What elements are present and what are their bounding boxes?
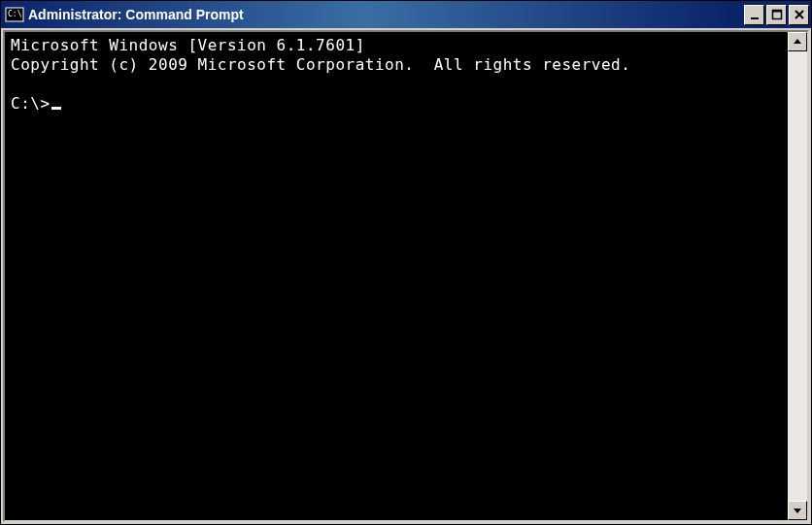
- cmd-icon: C:\: [5, 6, 24, 23]
- command-prompt-window: C:\ Administrator: Command Prompt Micros…: [0, 0, 812, 525]
- window-controls: [742, 5, 809, 25]
- svg-text:C:\: C:\: [8, 10, 22, 18]
- minimize-button[interactable]: [744, 5, 764, 25]
- vertical-scrollbar[interactable]: [788, 32, 807, 520]
- terminal-prompt: C:\>: [11, 94, 51, 113]
- terminal-area[interactable]: Microsoft Windows [Version 6.1.7601] Cop…: [5, 32, 788, 520]
- terminal-line-copyright: Copyright (c) 2009 Microsoft Corporation…: [11, 55, 630, 74]
- close-button[interactable]: [789, 5, 809, 25]
- scroll-track[interactable]: [788, 51, 807, 501]
- titlebar[interactable]: C:\ Administrator: Command Prompt: [1, 1, 811, 28]
- terminal-line-version: Microsoft Windows [Version 6.1.7601]: [11, 36, 365, 54]
- scroll-down-button[interactable]: [788, 501, 807, 520]
- svg-rect-4: [772, 11, 781, 13]
- maximize-button[interactable]: [766, 5, 787, 25]
- scroll-up-button[interactable]: [788, 32, 807, 51]
- svg-rect-2: [751, 17, 759, 19]
- cursor-icon: [51, 107, 61, 110]
- window-body: Microsoft Windows [Version 6.1.7601] Cop…: [3, 30, 809, 522]
- window-title: Administrator: Command Prompt: [28, 7, 742, 22]
